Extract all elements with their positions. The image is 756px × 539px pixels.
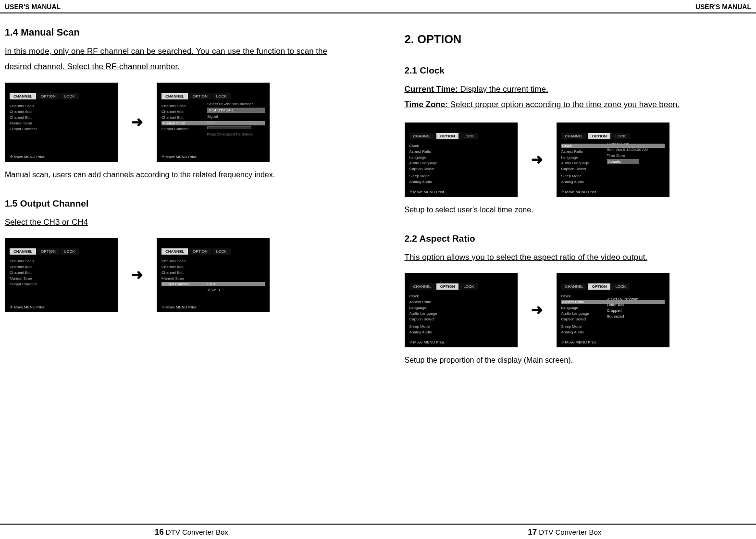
- option-ch4: Ch 4: [207, 282, 265, 286]
- osd-footer: ✢ Move MENU Prior.: [561, 190, 597, 194]
- menu-item: Output Channel: [10, 127, 113, 131]
- caption-2-2: Setup the proportion of the display (Mai…: [405, 356, 752, 365]
- osd-subpanel: Ch 4 ✔ Ch 3: [207, 282, 265, 292]
- arrow-right-icon: ➜: [131, 268, 143, 282]
- option-squeezed: Squeezed: [607, 314, 665, 318]
- menu-item: Channel Add: [161, 265, 265, 269]
- menu-item: Language: [409, 155, 513, 159]
- figure-row-2-1: CHANNEL OPTION LOCK Clock Aspect Ratio L…: [405, 122, 752, 197]
- arrow-right-icon: ➜: [531, 303, 543, 317]
- tab-channel: CHANNEL: [409, 133, 435, 139]
- osd-body: Clock Aspect Ratio Language Audio Langua…: [561, 292, 665, 337]
- menu-item: Caption Select: [561, 167, 665, 171]
- menu-item: Clock: [409, 144, 513, 148]
- tab-option: OPTION: [189, 93, 211, 99]
- option-ch3: ✔ Ch 3: [207, 288, 265, 292]
- nav-arrows-icon: ✢: [10, 305, 12, 309]
- menu-item: Manual Scan: [10, 121, 113, 125]
- menu-item: Channel Scan: [10, 104, 113, 108]
- heading-2-1: 2.1 Clock: [405, 65, 752, 76]
- osd-body: Channel Scan Channel Add Channel Edit Ma…: [10, 257, 113, 302]
- osd-footer-text: Move MENU Prior.: [565, 190, 597, 194]
- menu-item: Analog Audio: [409, 180, 513, 184]
- tab-option: OPTION: [37, 93, 60, 99]
- menu-item: Channel Add: [10, 265, 113, 269]
- menu-item: Channel Scan: [10, 259, 113, 263]
- menu-item: Language: [409, 306, 513, 310]
- row-current-time: Current Time: [607, 142, 665, 146]
- figure-row-1-4: CHANNEL OPTION LOCK Channel Scan Channel…: [5, 83, 352, 162]
- left-column: 1.4 Manual Scan In this mode, only one R…: [5, 18, 352, 369]
- heading-1-4: 1.4 Manual Scan: [5, 27, 352, 38]
- tab-lock: LOCK: [61, 248, 79, 255]
- signal-bad: Bad: [207, 120, 265, 124]
- tab-option: OPTION: [588, 283, 611, 290]
- nav-arrows-icon: ✢: [409, 190, 412, 194]
- osd-menu: Clock Aspect Ratio Language Audio Langua…: [409, 292, 513, 334]
- subpanel-value: 2-14 DTV 14-1: [207, 108, 265, 113]
- term-current-time: Current Time:: [405, 85, 458, 94]
- heading-2-option: 2. OPTION: [405, 33, 752, 46]
- caption-1-4: Manual scan, users can add channels acco…: [5, 171, 352, 179]
- tab-channel: CHANNEL: [161, 93, 188, 99]
- menu-item: Channel Edit: [10, 270, 113, 275]
- tab-channel: CHANNEL: [10, 248, 36, 255]
- osd-footer-text: Move MENU Prior.: [413, 340, 445, 344]
- tab-channel: CHANNEL: [561, 133, 587, 139]
- osd-tabs: CHANNEL OPTION LOCK: [409, 133, 478, 139]
- nav-arrows-icon: ✢: [161, 155, 164, 159]
- osd-footer: ✢ Move MENU Prior.: [10, 305, 45, 309]
- menu-item: Clock: [409, 294, 513, 298]
- osd-body: Channel Scan Channel Add Channel Edit Ma…: [161, 102, 265, 151]
- menu-item: Caption Select: [409, 167, 513, 171]
- screenshot-clock-a: CHANNEL OPTION LOCK Clock Aspect Ratio L…: [405, 122, 518, 197]
- menu-item: Channel Edit: [10, 115, 113, 120]
- signal-bar: [207, 126, 251, 129]
- osd-footer: ✢ Move MENU Prior.: [161, 305, 197, 309]
- option-set-by-program: ✔ Set By Program: [607, 297, 665, 301]
- definitions-2-1: Current Time: Display the current time. …: [405, 82, 752, 113]
- nav-arrows-icon: ✢: [561, 340, 564, 344]
- option-cropped: Cropped: [607, 308, 665, 313]
- tab-lock: LOCK: [611, 133, 630, 139]
- screenshot-clock-b: CHANNEL OPTION LOCK Clock Aspect Ratio L…: [557, 122, 669, 197]
- menu-item: Channel Scan: [161, 259, 265, 263]
- nav-arrows-icon: ✢: [161, 305, 164, 309]
- page-footer: 16 DTV Converter Box 17 DTV Converter Bo…: [0, 524, 756, 537]
- row-tz-value: Atlantic: [607, 159, 639, 164]
- menu-item: Sleep Mode: [561, 324, 665, 329]
- menu-item: Aspect Ratio: [409, 300, 513, 304]
- intro-1-4: In this mode, only one RF channel can be…: [5, 44, 352, 75]
- osd-body: Channel Scan Channel Add Channel Edit Ma…: [161, 257, 265, 302]
- osd-menu: Channel Scan Channel Add Channel Edit Ma…: [10, 257, 113, 286]
- menu-item: Audio Language: [409, 161, 513, 165]
- menu-item: Analog Audio: [561, 180, 665, 184]
- osd-tabs: CHANNEL OPTION LOCK: [10, 93, 79, 99]
- osd-tabs: CHANNEL OPTION LOCK: [161, 248, 231, 255]
- menu-item: Audio Language: [409, 311, 513, 316]
- screenshot-manual-scan-b: CHANNEL OPTION LOCK Channel Scan Channel…: [157, 83, 270, 162]
- header-right: USER'S MANUAL: [695, 3, 751, 11]
- right-column: 2. OPTION 2.1 Clock Current Time: Displa…: [405, 18, 752, 369]
- subpanel-label: Select RF-channel number: [207, 102, 265, 106]
- page-number-right: 17: [528, 527, 537, 537]
- def-text: Display the current time.: [458, 85, 548, 94]
- osd-body: Channel Scan Channel Add Channel Edit Ma…: [10, 102, 113, 151]
- intro-1-5: Select the CH3 or CH4: [5, 215, 352, 230]
- osd-subpanel: ✔ Set By Program Letter Box Cropped Sque…: [607, 297, 665, 318]
- tab-lock: LOCK: [61, 93, 79, 99]
- date-label: Sun, Jan 6: [607, 147, 625, 152]
- screenshot-output-b: CHANNEL OPTION LOCK Channel Scan Channel…: [157, 238, 270, 312]
- tab-lock: LOCK: [459, 133, 478, 139]
- figure-row-1-5: CHANNEL OPTION LOCK Channel Scan Channel…: [5, 238, 352, 312]
- tab-option: OPTION: [189, 248, 211, 255]
- osd-footer: ✢ Move MENU Prior.: [561, 340, 597, 344]
- tab-option: OPTION: [588, 133, 611, 139]
- tab-option: OPTION: [436, 133, 459, 139]
- menu-item: Analog Audio: [561, 330, 665, 334]
- osd-tabs: CHANNEL OPTION LOCK: [10, 248, 79, 255]
- osd-body: Clock Aspect Ratio Language Audio Langua…: [561, 142, 665, 186]
- page-header: USER'S MANUAL USER'S MANUAL: [0, 0, 756, 13]
- option-letterbox: Letter Box: [607, 303, 665, 307]
- osd-subpanel: Current Time Sun, Jan 6 12:00:00 AM Time…: [607, 142, 665, 164]
